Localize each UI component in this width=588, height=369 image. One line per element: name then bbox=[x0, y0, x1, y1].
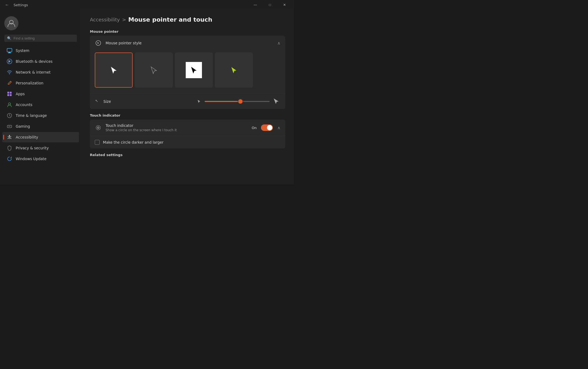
bluetooth-icon bbox=[6, 58, 12, 64]
content-area: Accessibility > Mouse pointer and touch … bbox=[81, 10, 294, 184]
system-icon bbox=[6, 48, 12, 54]
titlebar-controls: — □ ✕ bbox=[249, 1, 291, 9]
sidebar-item-label-accounts: Accounts bbox=[16, 103, 32, 107]
touch-indicator-card: Touch indicator Show a circle on the scr… bbox=[90, 120, 285, 149]
breadcrumb-separator: > bbox=[122, 17, 126, 22]
close-button[interactable]: ✕ bbox=[278, 1, 291, 9]
svg-point-13 bbox=[9, 135, 10, 136]
pointer-style-card: Mouse pointer style ∧ bbox=[90, 36, 285, 109]
touch-indicator-toggle[interactable] bbox=[261, 124, 273, 131]
pointer-style-custom[interactable] bbox=[215, 52, 253, 88]
touch-indicator-right: On ∧ bbox=[252, 124, 280, 131]
sidebar-item-gaming[interactable]: Gaming bbox=[2, 121, 79, 131]
sidebar-item-bluetooth[interactable]: Bluetooth & devices bbox=[2, 56, 79, 67]
windows-update-icon bbox=[6, 156, 12, 162]
make-circle-row: Make the circle darker and larger bbox=[90, 136, 285, 149]
pointer-style-options bbox=[95, 52, 280, 88]
toggle-knob bbox=[267, 125, 272, 130]
pointer-style-dark[interactable] bbox=[135, 52, 173, 88]
touch-indicator-subtitle: Show a circle on the screen where I touc… bbox=[106, 128, 177, 132]
touch-indicator-section-label: Touch indicator bbox=[90, 113, 285, 117]
gaming-icon bbox=[6, 123, 12, 129]
touch-indicator-title: Touch indicator bbox=[106, 123, 177, 128]
touch-indicator-icon bbox=[95, 124, 102, 131]
pointer-style-white[interactable] bbox=[95, 52, 133, 88]
pointer-style-chevron-up[interactable]: ∧ bbox=[277, 41, 280, 46]
titlebar: ← Settings — □ ✕ bbox=[0, 0, 294, 10]
touch-indicator-text: Touch indicator Show a circle on the scr… bbox=[106, 123, 177, 132]
sidebar-item-time[interactable]: Time & language bbox=[2, 110, 79, 121]
minimize-button[interactable]: — bbox=[249, 1, 262, 9]
size-icon bbox=[95, 98, 100, 104]
breadcrumb: Accessibility > Mouse pointer and touch bbox=[90, 16, 285, 23]
related-settings-label: Related settings bbox=[90, 153, 285, 157]
mouse-pointer-section-label: Mouse pointer bbox=[90, 29, 285, 34]
sidebar-item-accounts[interactable]: Accounts bbox=[2, 100, 79, 110]
app-container: 🔍 System Bluetooth & de bbox=[0, 10, 294, 184]
search-icon: 🔍 bbox=[7, 36, 11, 40]
sidebar-item-label-personalization: Personalization bbox=[16, 81, 43, 85]
svg-rect-3 bbox=[8, 53, 11, 53]
svg-rect-2 bbox=[8, 52, 11, 53]
pointer-styles-container bbox=[90, 50, 285, 94]
pointer-style-title: Mouse pointer style bbox=[106, 41, 142, 45]
sidebar-item-label-windows-update: Windows Update bbox=[16, 157, 46, 161]
titlebar-title: Settings bbox=[14, 3, 28, 7]
size-slider-track[interactable] bbox=[205, 101, 270, 102]
svg-rect-7 bbox=[10, 92, 12, 94]
titlebar-left: ← Settings bbox=[3, 2, 28, 8]
back-button[interactable]: ← bbox=[3, 2, 11, 8]
pointer-style-header: Mouse pointer style ∧ bbox=[90, 36, 285, 50]
sidebar-item-accessibility[interactable]: Accessibility bbox=[2, 132, 79, 142]
svg-rect-9 bbox=[10, 94, 12, 96]
make-circle-label: Make the circle darker and larger bbox=[103, 140, 164, 144]
svg-point-15 bbox=[96, 126, 100, 130]
sidebar: 🔍 System Bluetooth & de bbox=[0, 10, 81, 184]
maximize-button[interactable]: □ bbox=[264, 1, 276, 9]
size-slider-area bbox=[115, 98, 280, 105]
sidebar-item-label-time: Time & language bbox=[16, 113, 47, 118]
pointer-style-row-left: Mouse pointer style bbox=[95, 39, 142, 47]
sidebar-item-label-bluetooth: Bluetooth & devices bbox=[16, 59, 53, 64]
network-icon bbox=[6, 69, 12, 75]
sidebar-profile bbox=[0, 14, 81, 35]
apps-icon bbox=[6, 91, 12, 97]
size-small-cursor bbox=[197, 99, 201, 104]
pointer-style-inverted[interactable] bbox=[175, 52, 213, 88]
size-slider-thumb[interactable] bbox=[238, 99, 243, 104]
breadcrumb-current: Mouse pointer and touch bbox=[128, 16, 212, 23]
size-slider-fill bbox=[205, 101, 240, 102]
search-input[interactable] bbox=[14, 36, 74, 40]
svg-point-16 bbox=[97, 127, 99, 129]
sidebar-item-windows-update[interactable]: Windows Update bbox=[2, 154, 79, 164]
sidebar-item-personalization[interactable]: Personalization bbox=[2, 78, 79, 88]
breadcrumb-parent[interactable]: Accessibility bbox=[90, 17, 120, 22]
sidebar-item-label-gaming: Gaming bbox=[16, 124, 30, 129]
svg-rect-1 bbox=[7, 48, 12, 52]
make-circle-checkbox[interactable] bbox=[95, 140, 100, 145]
time-icon bbox=[6, 113, 12, 118]
pointer-style-icon bbox=[95, 39, 102, 47]
sidebar-item-label-network: Network & internet bbox=[16, 70, 51, 74]
sidebar-item-label-system: System bbox=[16, 48, 29, 53]
svg-rect-8 bbox=[7, 94, 9, 96]
sidebar-item-system[interactable]: System bbox=[2, 45, 79, 56]
size-large-cursor bbox=[273, 98, 280, 105]
touch-indicator-left: Touch indicator Show a circle on the scr… bbox=[95, 123, 177, 132]
search-box[interactable]: 🔍 bbox=[4, 35, 77, 42]
touch-indicator-status: On bbox=[252, 126, 257, 130]
personalization-icon bbox=[6, 80, 12, 86]
touch-indicator-chevron-up[interactable]: ∧ bbox=[277, 125, 280, 130]
sidebar-item-privacy[interactable]: Privacy & security bbox=[2, 143, 79, 153]
sidebar-item-apps[interactable]: Apps bbox=[2, 89, 79, 99]
size-label: Size bbox=[103, 99, 111, 104]
sidebar-item-label-accessibility: Accessibility bbox=[16, 135, 38, 139]
size-row: Size bbox=[90, 94, 285, 109]
sidebar-item-label-privacy: Privacy & security bbox=[16, 146, 49, 150]
privacy-icon bbox=[6, 145, 12, 151]
touch-indicator-row: Touch indicator Show a circle on the scr… bbox=[90, 120, 285, 136]
accounts-icon bbox=[6, 102, 12, 108]
avatar bbox=[4, 16, 18, 30]
sidebar-item-network[interactable]: Network & internet bbox=[2, 67, 79, 77]
svg-point-5 bbox=[9, 74, 10, 74]
